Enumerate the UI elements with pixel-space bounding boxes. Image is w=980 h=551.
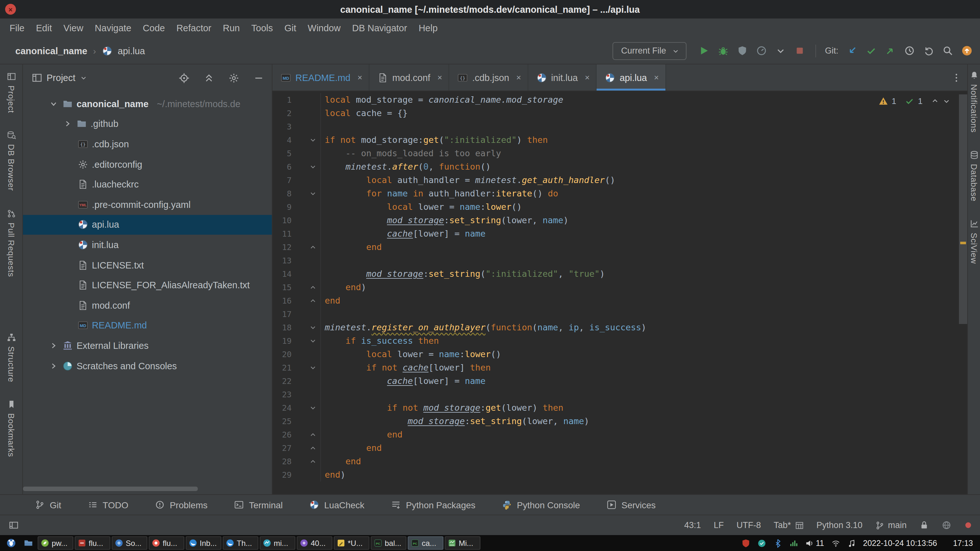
- fold-start-icon[interactable]: [309, 324, 317, 331]
- fold-end-icon[interactable]: [309, 244, 317, 251]
- code-line[interactable]: 9 local lower = name:lower(): [272, 200, 967, 214]
- gutter[interactable]: [291, 147, 321, 160]
- tool-window-button-python-packages[interactable]: Python Packages: [391, 500, 475, 510]
- tool-window-button-luacheck[interactable]: LuaCheck: [309, 500, 364, 510]
- code-line[interactable]: 28 end: [272, 455, 967, 468]
- git-commit-button[interactable]: [864, 44, 878, 57]
- line-number[interactable]: 13: [272, 254, 291, 267]
- taskbar-window-inb[interactable]: Inb...: [186, 536, 221, 550]
- taskbar-window-mi[interactable]: Mi...: [445, 536, 480, 550]
- panel-settings-button[interactable]: [228, 72, 239, 83]
- code-line[interactable]: 26 end: [272, 428, 967, 441]
- line-number[interactable]: 11: [272, 227, 291, 240]
- clock-datetime[interactable]: 2022-10-24 10:13:56: [863, 538, 937, 548]
- tab-close-icon[interactable]: ×: [357, 73, 362, 82]
- line-number[interactable]: 10: [272, 214, 291, 227]
- taskbar-window-mi[interactable]: mi...: [260, 536, 295, 550]
- line-number[interactable]: 29: [272, 468, 291, 481]
- code-line[interactable]: 6 minetest.after(0, function(): [272, 160, 967, 173]
- warning-stripe-mark[interactable]: [960, 242, 966, 244]
- code-line[interactable]: 16end: [272, 294, 967, 307]
- monitor-icon[interactable]: [789, 538, 798, 548]
- gutter[interactable]: [291, 388, 321, 401]
- fold-start-icon[interactable]: [309, 137, 317, 143]
- tab-close-icon[interactable]: ×: [654, 73, 659, 82]
- code-line[interactable]: 10 mod_storage:set_string(lower, name): [272, 214, 967, 227]
- code-line[interactable]: 23: [272, 388, 967, 401]
- line-number[interactable]: 17: [272, 307, 291, 321]
- menu-tools[interactable]: Tools: [246, 19, 279, 38]
- project-hscrollbar[interactable]: [23, 487, 198, 491]
- line-number[interactable]: 27: [272, 441, 291, 455]
- line-number[interactable]: 18: [272, 321, 291, 334]
- gutter[interactable]: [291, 214, 321, 227]
- project-tree-item-external-libraries[interactable]: External Libraries: [23, 335, 272, 356]
- fold-start-icon[interactable]: [309, 404, 317, 411]
- tree-collapsed-icon[interactable]: [62, 119, 73, 129]
- editor-tab-readme-md[interactable]: MDREADME.md×: [272, 64, 369, 91]
- line-number[interactable]: 7: [272, 173, 291, 187]
- code-line[interactable]: 7 local auth_handler = minetest.get_auth…: [272, 173, 967, 187]
- lock-icon[interactable]: [920, 520, 929, 530]
- editor-tab-cdb-json[interactable]: {}.cdb.json×: [449, 64, 528, 91]
- indent-info[interactable]: Tab*: [773, 520, 803, 530]
- interpreter[interactable]: Python 3.10: [816, 520, 862, 530]
- taskbar-window-pw[interactable]: pw...: [38, 536, 73, 550]
- taskbar-window-th[interactable]: Th...: [223, 536, 258, 550]
- code-line[interactable]: 5 -- on_mods_loaded is too early: [272, 147, 967, 160]
- prev-problem-icon[interactable]: [931, 97, 939, 105]
- clock-secondary[interactable]: 17:13: [953, 538, 973, 548]
- bluetooth-icon[interactable]: [773, 538, 782, 548]
- coverage-button[interactable]: [736, 44, 749, 57]
- fold-start-icon[interactable]: [309, 337, 317, 345]
- line-number[interactable]: 16: [272, 294, 291, 307]
- tab-close-icon[interactable]: ×: [516, 73, 521, 82]
- gutter[interactable]: [291, 414, 321, 428]
- code-line[interactable]: 29end): [272, 468, 967, 481]
- history-button[interactable]: [903, 44, 916, 57]
- editor[interactable]: 1local mod_storage = canonical_name.mod_…: [272, 91, 967, 494]
- project-tree-item-luacheckrc[interactable]: .luacheckrc: [23, 175, 272, 195]
- warning-icon[interactable]: [878, 96, 888, 106]
- tree-collapsed-icon[interactable]: [48, 360, 59, 371]
- fold-end-icon[interactable]: [309, 458, 317, 465]
- project-tree-item-canonical-name[interactable]: canonical_name~/.minetest/mods.de: [23, 94, 272, 114]
- tool-window-button-project[interactable]: Project: [6, 72, 16, 113]
- caret-position[interactable]: 43:1: [684, 520, 701, 530]
- code-line[interactable]: 8 for name in auth_handler:iterate() do: [272, 187, 967, 200]
- fold-end-icon[interactable]: [309, 445, 317, 451]
- tool-window-button-terminal[interactable]: Terminal: [234, 500, 283, 510]
- code-line[interactable]: 17: [272, 307, 967, 321]
- taskbar-window-flu[interactable]: flu...: [149, 536, 185, 550]
- stop-button[interactable]: [793, 44, 807, 57]
- tray-app-icon[interactable]: [757, 538, 766, 548]
- tool-window-button-bookmarks[interactable]: Bookmarks: [6, 400, 16, 457]
- code-line[interactable]: 4if not mod_storage:get(":initialized") …: [272, 133, 967, 147]
- next-problem-icon[interactable]: [942, 97, 951, 105]
- code-line[interactable]: 11 cache[lower] = name: [272, 227, 967, 240]
- editor-tab-api-lua[interactable]: api.lua×: [597, 64, 666, 91]
- menu-refactor[interactable]: Refactor: [171, 19, 217, 38]
- tab-options-icon[interactable]: [951, 72, 961, 83]
- project-tree-item-mod-conf[interactable]: mod.conf: [23, 295, 272, 315]
- menu-help[interactable]: Help: [413, 19, 444, 38]
- line-number[interactable]: 21: [272, 361, 291, 374]
- line-number[interactable]: 8: [272, 187, 291, 200]
- gutter[interactable]: [291, 227, 321, 240]
- taskbar-window-40[interactable]: 40...: [297, 536, 332, 550]
- line-number[interactable]: 26: [272, 428, 291, 441]
- wifi-icon[interactable]: [831, 538, 840, 548]
- project-tree-item-github[interactable]: .github: [23, 114, 272, 134]
- tree-collapsed-icon[interactable]: [48, 341, 59, 351]
- code-line[interactable]: 13: [272, 254, 967, 267]
- profiler-button[interactable]: [755, 44, 768, 57]
- line-number[interactable]: 14: [272, 267, 291, 281]
- project-panel-title[interactable]: Project: [46, 73, 75, 83]
- taskbar-window-bal[interactable]: PCbal...: [371, 536, 406, 550]
- gutter[interactable]: [291, 254, 321, 267]
- fold-start-icon[interactable]: [309, 190, 317, 197]
- git-update-button[interactable]: [845, 44, 859, 57]
- file-manager-button[interactable]: [21, 536, 37, 550]
- line-number[interactable]: 19: [272, 334, 291, 348]
- encoding[interactable]: UTF-8: [737, 520, 761, 530]
